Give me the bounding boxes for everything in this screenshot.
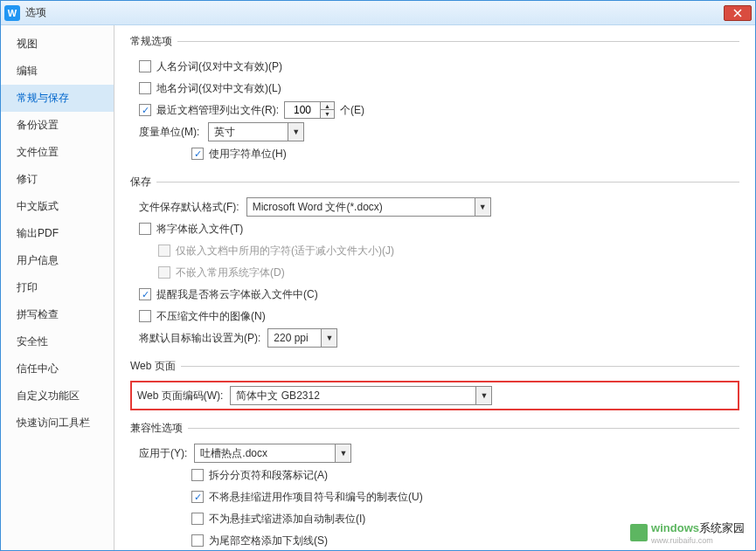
window-title: 选项 bbox=[25, 5, 724, 20]
embed-used-checkbox bbox=[158, 245, 170, 257]
recent-count-down[interactable]: ▼ bbox=[321, 110, 334, 118]
chevron-down-icon: ▼ bbox=[288, 123, 303, 141]
titlebar: W 选项 bbox=[1, 1, 755, 25]
sidebar-item-trust-center[interactable]: 信任中心 bbox=[1, 355, 114, 382]
close-button[interactable] bbox=[724, 5, 752, 21]
sidebar-item-spell-check[interactable]: 拼写检查 bbox=[1, 301, 114, 328]
sidebar-item-customize-ribbon[interactable]: 自定义功能区 bbox=[1, 382, 114, 410]
unit-value: 英寸 bbox=[209, 125, 288, 140]
tail-underline-label: 为尾部空格添加下划线(S) bbox=[209, 534, 328, 548]
remind-cloud-label: 提醒我是否将云字体嵌入文件中(C) bbox=[156, 287, 318, 302]
sidebar-item-edit[interactable]: 编辑 bbox=[1, 58, 114, 85]
apply-label: 应用于(Y): bbox=[139, 446, 187, 461]
split-para-checkbox[interactable] bbox=[191, 469, 204, 481]
save-legend: 保存 bbox=[130, 175, 156, 189]
watermark-brand2: 系统家园 bbox=[699, 521, 745, 534]
recent-docs-checkbox[interactable] bbox=[139, 104, 151, 116]
sidebar-item-chinese-layout[interactable]: 中文版式 bbox=[1, 193, 114, 220]
sidebar-item-print[interactable]: 打印 bbox=[1, 274, 114, 301]
apply-value: 吐槽热点.docx bbox=[195, 446, 335, 461]
no-compress-checkbox[interactable] bbox=[139, 310, 151, 322]
chevron-down-icon: ▼ bbox=[321, 329, 336, 347]
web-encoding-value: 简体中文 GB2312 bbox=[231, 389, 475, 403]
recent-unit-label: 个(E) bbox=[340, 103, 364, 118]
web-section: Web 页面 Web 页面编码(W): 简体中文 GB2312 ▼ bbox=[130, 359, 739, 414]
watermark-icon bbox=[630, 524, 648, 541]
web-encoding-select[interactable]: 简体中文 GB2312 ▼ bbox=[230, 386, 492, 405]
chevron-down-icon: ▼ bbox=[335, 444, 350, 462]
chevron-down-icon: ▼ bbox=[475, 387, 491, 404]
recent-count-up[interactable]: ▲ bbox=[321, 102, 334, 110]
watermark: windows系统家园 www.ruibaifu.com bbox=[630, 520, 745, 545]
name-seg-checkbox[interactable] bbox=[139, 60, 151, 72]
sidebar-item-file-location[interactable]: 文件位置 bbox=[1, 139, 114, 166]
recent-docs-label: 最近文档管理列出文件(R): bbox=[156, 103, 279, 118]
no-hang-bullet-checkbox[interactable] bbox=[191, 491, 204, 503]
sidebar-item-user-info[interactable]: 用户信息 bbox=[1, 247, 114, 274]
no-hang-auto-label: 不为悬挂式缩进添加自动制表位(I) bbox=[209, 512, 365, 527]
save-section: 保存 文件保存默认格式(F): Microsoft Word 文件(*.docx… bbox=[130, 175, 739, 352]
split-para-label: 拆分分页符和段落标记(A) bbox=[209, 468, 328, 483]
remind-cloud-checkbox[interactable] bbox=[139, 288, 151, 300]
chevron-down-icon: ▼ bbox=[475, 198, 490, 216]
no-embed-sys-checkbox bbox=[158, 266, 170, 279]
embed-used-label: 仅嵌入文档中所用的字符(适于减小文件大小)(J) bbox=[176, 244, 394, 258]
watermark-brand1: windows bbox=[651, 521, 699, 534]
watermark-url: www.ruibaifu.com bbox=[651, 536, 745, 545]
unit-select[interactable]: 英寸 ▼ bbox=[208, 122, 304, 141]
web-encoding-highlight: Web 页面编码(W): 简体中文 GB2312 ▼ bbox=[130, 381, 739, 410]
embed-fonts-checkbox[interactable] bbox=[139, 223, 151, 235]
apply-select[interactable]: 吐槽热点.docx ▼ bbox=[194, 444, 351, 463]
content-panel: 常规选项 人名分词(仅对中文有效)(P) 地名分词(仅对中文有效)(L) 最近文… bbox=[114, 25, 755, 550]
default-res-value: 220 ppi bbox=[268, 332, 321, 344]
compat-legend: 兼容性选项 bbox=[130, 421, 188, 436]
default-fmt-select[interactable]: Microsoft Word 文件(*.docx) ▼ bbox=[246, 197, 491, 217]
recent-count-input[interactable] bbox=[284, 101, 321, 119]
no-compress-label: 不压缩文件中的图像(N) bbox=[156, 309, 266, 324]
no-hang-auto-checkbox[interactable] bbox=[191, 513, 204, 525]
sidebar-item-security[interactable]: 安全性 bbox=[1, 328, 114, 355]
general-legend: 常规选项 bbox=[130, 34, 177, 49]
close-icon bbox=[733, 9, 742, 17]
web-legend: Web 页面 bbox=[130, 359, 181, 374]
general-section: 常规选项 人名分词(仅对中文有效)(P) 地名分词(仅对中文有效)(L) 最近文… bbox=[130, 34, 739, 168]
sidebar-item-view[interactable]: 视图 bbox=[1, 31, 114, 58]
no-embed-sys-label: 不嵌入常用系统字体(D) bbox=[176, 265, 285, 280]
embed-fonts-label: 将字体嵌入文件(T) bbox=[156, 222, 243, 237]
sidebar-item-output-pdf[interactable]: 输出PDF bbox=[1, 220, 114, 247]
char-unit-checkbox[interactable] bbox=[191, 148, 204, 160]
no-hang-bullet-label: 不将悬挂缩进用作项目符号和编号的制表位(U) bbox=[209, 490, 423, 505]
default-fmt-value: Microsoft Word 文件(*.docx) bbox=[247, 200, 475, 215]
sidebar: 视图 编辑 常规与保存 备份设置 文件位置 修订 中文版式 输出PDF 用户信息… bbox=[1, 25, 114, 550]
web-encoding-label: Web 页面编码(W): bbox=[137, 389, 223, 403]
sidebar-item-quick-access[interactable]: 快速访问工具栏 bbox=[1, 410, 114, 437]
sidebar-item-backup[interactable]: 备份设置 bbox=[1, 112, 114, 139]
unit-label: 度量单位(M): bbox=[139, 125, 199, 140]
default-res-label: 将默认目标输出设置为(P): bbox=[139, 331, 260, 346]
default-res-select[interactable]: 220 ppi ▼ bbox=[267, 328, 337, 348]
char-unit-label: 使用字符单位(H) bbox=[209, 147, 287, 162]
sidebar-item-general-save[interactable]: 常规与保存 bbox=[1, 85, 114, 112]
tail-underline-checkbox[interactable] bbox=[191, 534, 204, 547]
place-seg-label: 地名分词(仅对中文有效)(L) bbox=[156, 81, 281, 96]
app-icon: W bbox=[4, 5, 20, 21]
sidebar-item-revision[interactable]: 修订 bbox=[1, 166, 114, 193]
name-seg-label: 人名分词(仅对中文有效)(P) bbox=[156, 59, 282, 74]
default-fmt-label: 文件保存默认格式(F): bbox=[139, 200, 239, 215]
place-seg-checkbox[interactable] bbox=[139, 82, 151, 94]
